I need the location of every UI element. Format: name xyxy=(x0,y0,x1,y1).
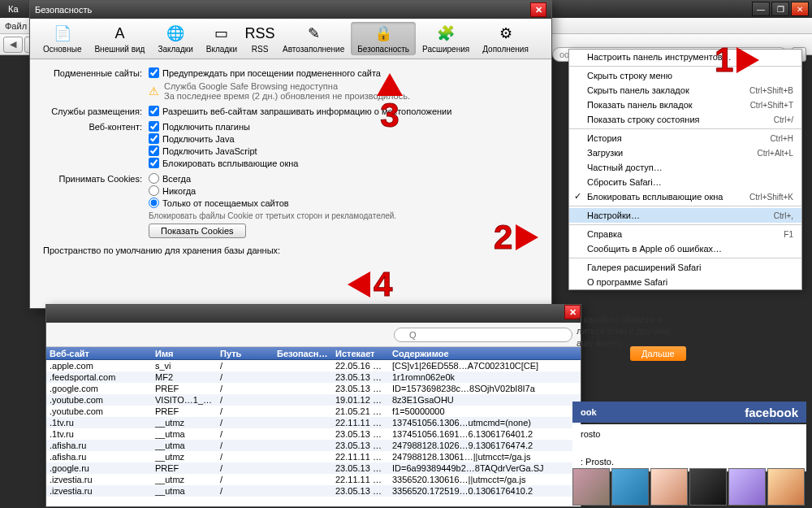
menu-item[interactable]: Частный доступ… xyxy=(569,160,801,175)
tab-icon: 📄 xyxy=(53,24,72,43)
cookies-visited-radio[interactable] xyxy=(149,198,159,208)
promo-text: в какой-то области илиться этим с другим… xyxy=(577,314,796,349)
check-icon: ✓ xyxy=(574,191,581,202)
spoofed-checkbox[interactable] xyxy=(149,67,159,78)
avatar[interactable] xyxy=(572,468,610,506)
tab-icon: 🧩 xyxy=(436,24,456,43)
prefs-title: Безопасность xyxy=(35,5,530,15)
column-header[interactable]: Имя xyxy=(152,349,217,358)
prefs-tab-6[interactable]: 🔒Безопасность xyxy=(351,22,416,55)
tab-icon: A xyxy=(110,24,129,43)
cookies-hint: Блокировать файлы Cookie от третьих стор… xyxy=(149,211,538,220)
plugins-checkbox[interactable] xyxy=(149,121,159,132)
cookies-table-body[interactable]: .apple.coms_vi/22.05.16 2:44[CS]v1|26ED5… xyxy=(46,360,581,506)
menu-item[interactable]: ЗагрузкиCtrl+Alt+L xyxy=(569,145,801,160)
cookies-search-input[interactable] xyxy=(394,328,572,342)
avatar[interactable] xyxy=(767,468,805,506)
hosting-label: Службы размещения: xyxy=(43,106,149,116)
tab-icon: ✎ xyxy=(304,24,323,43)
table-row[interactable]: .izvestia.ru__utmz/22.11.11 13:463356520… xyxy=(46,474,581,485)
menu-item[interactable]: ✓Блокировать всплывающие окнаCtrl+Shift+… xyxy=(569,189,801,204)
prefs-close-button[interactable]: ✕ xyxy=(530,2,546,17)
prefs-tab-7[interactable]: 🧩Расширения xyxy=(416,22,476,55)
avatar-row xyxy=(572,468,805,506)
spoofed-label: Подмененные сайты: xyxy=(43,67,149,78)
cookies-label: Принимать Cookies: xyxy=(43,173,149,184)
warning-icon: ⚠ xyxy=(149,85,159,98)
table-row[interactable]: .afisha.ru__utma/23.05.13 2:47247988128.… xyxy=(46,440,581,451)
table-row[interactable]: .1tv.ru__utma/23.05.13 2:46137451056.169… xyxy=(46,428,581,440)
prefs-tab-5[interactable]: ✎Автозаполнение xyxy=(276,22,351,55)
facebook-info: rosto : Prosto. xyxy=(572,424,806,471)
menu-item[interactable]: Сбросить Safari… xyxy=(569,175,801,189)
table-row[interactable]: .youtube.comVISITO…1_LIVE/19.01.12 1:448… xyxy=(46,394,581,406)
prefs-tab-3[interactable]: ▭Вкладки xyxy=(200,22,244,55)
table-row[interactable]: .1tv.ru__utmz/22.11.11 13:45137451056.13… xyxy=(46,417,581,428)
column-header[interactable]: Веб-сайт xyxy=(46,349,152,358)
prefs-form: Подмененные сайты: Предупреждать при пос… xyxy=(30,59,551,267)
table-row[interactable]: .youtube.comPREF/21.05.21 2:44f1=5000000… xyxy=(46,406,581,417)
column-header[interactable]: Содержимое xyxy=(389,349,581,358)
menu-item[interactable]: ИсторияCtrl+H xyxy=(569,131,801,145)
prefs-toolbar: 📄ОсновныеAВнешний вид🌐Закладки▭ВкладкиRS… xyxy=(30,19,551,59)
cookies-dialog: ✕ Веб-сайтИмяПутьБезопасностьИстекаетСод… xyxy=(45,304,581,507)
facebook-bar: ookfacebook xyxy=(572,402,806,423)
show-cookies-button[interactable]: Показать Cookies xyxy=(149,224,246,238)
table-row[interactable]: .apple.coms_vi/22.05.16 2:44[CS]v1|26ED5… xyxy=(46,360,581,371)
table-row[interactable]: .izvestia.ru__utma/23.05.13 2:463356520.… xyxy=(46,485,581,497)
menu-item[interactable]: Сообщить в Apple об ошибках… xyxy=(569,241,801,256)
table-row[interactable]: .feedsportal.comMF2/23.05.13 2:461r1romn… xyxy=(46,371,581,383)
cookies-table-header: Веб-сайтИмяПутьБезопасностьИстекаетСодер… xyxy=(46,347,581,360)
tab-icon: RSS xyxy=(250,24,270,43)
menu-item[interactable]: СправкаF1 xyxy=(569,227,801,241)
tab-icon: 🔒 xyxy=(374,24,393,43)
settings-menu: Настроить панель инструментов…Скрыть стр… xyxy=(568,49,802,290)
tab-icon: 🌐 xyxy=(166,24,185,43)
hosting-checkbox[interactable] xyxy=(149,106,159,116)
prefs-tab-0[interactable]: 📄Основные xyxy=(37,22,88,55)
tab-icon: ▭ xyxy=(212,24,231,43)
java-checkbox[interactable] xyxy=(149,133,159,144)
prefs-tab-4[interactable]: RSSRSS xyxy=(244,22,276,55)
preferences-dialog: Безопасность ✕ 📄ОсновныеAВнешний вид🌐Зак… xyxy=(29,0,552,309)
menu-item[interactable]: Настроить панель инструментов… xyxy=(569,50,801,64)
next-button[interactable]: Дальше xyxy=(630,346,686,361)
column-header[interactable]: Истекает xyxy=(332,349,389,358)
menu-item[interactable]: Показать панель вкладокCtrl+Shift+T xyxy=(569,98,801,112)
avatar[interactable] xyxy=(650,468,688,506)
close-button[interactable]: ✕ xyxy=(791,2,809,16)
menu-item[interactable]: Настройки…Ctrl+, xyxy=(569,208,801,223)
avatar[interactable] xyxy=(611,468,649,506)
prefs-titlebar: Безопасность ✕ xyxy=(30,1,551,19)
prefs-tab-8[interactable]: ⚙Дополнения xyxy=(476,22,535,55)
maximize-button[interactable]: ❐ xyxy=(771,2,789,16)
avatar[interactable] xyxy=(689,468,727,506)
menu-item[interactable]: Галерея расширений Safari xyxy=(569,260,801,275)
menu-file[interactable]: Файл xyxy=(5,21,27,31)
menu-item[interactable]: Скрыть панель закладокCtrl+Shift+B xyxy=(569,83,801,98)
table-row[interactable]: .google.comPREF/23.05.13 2:46ID=15736982… xyxy=(46,383,581,394)
minimize-button[interactable]: — xyxy=(752,2,770,16)
menu-item[interactable]: Показать строку состоянияCtrl+/ xyxy=(569,112,801,127)
column-header[interactable]: Безопасность xyxy=(274,349,332,358)
table-row[interactable]: .google.ruPREF/23.05.13 2:44ID=6a9938944… xyxy=(46,462,581,474)
webcontent-label: Веб-контент: xyxy=(43,121,149,132)
column-header[interactable]: Путь xyxy=(217,349,274,358)
storage-label: Пространство по умолчанию для хранения б… xyxy=(43,245,287,255)
avatar[interactable] xyxy=(728,468,766,506)
back-button[interactable]: ◀ xyxy=(3,37,23,53)
prefs-tab-1[interactable]: AВнешний вид xyxy=(88,22,151,55)
popup-checkbox[interactable] xyxy=(149,158,159,168)
menu-item[interactable]: Скрыть строку меню xyxy=(569,68,801,83)
cookies-always-radio[interactable] xyxy=(149,173,159,184)
prefs-tab-2[interactable]: 🌐Закладки xyxy=(151,22,199,55)
js-checkbox[interactable] xyxy=(149,145,159,156)
table-row[interactable]: .afisha.ru__utmz/22.11.11 13:47247988128… xyxy=(46,451,581,462)
menu-item[interactable]: О программе Safari xyxy=(569,275,801,289)
tab-icon: ⚙ xyxy=(496,24,516,43)
cookies-never-radio[interactable] xyxy=(149,185,159,196)
